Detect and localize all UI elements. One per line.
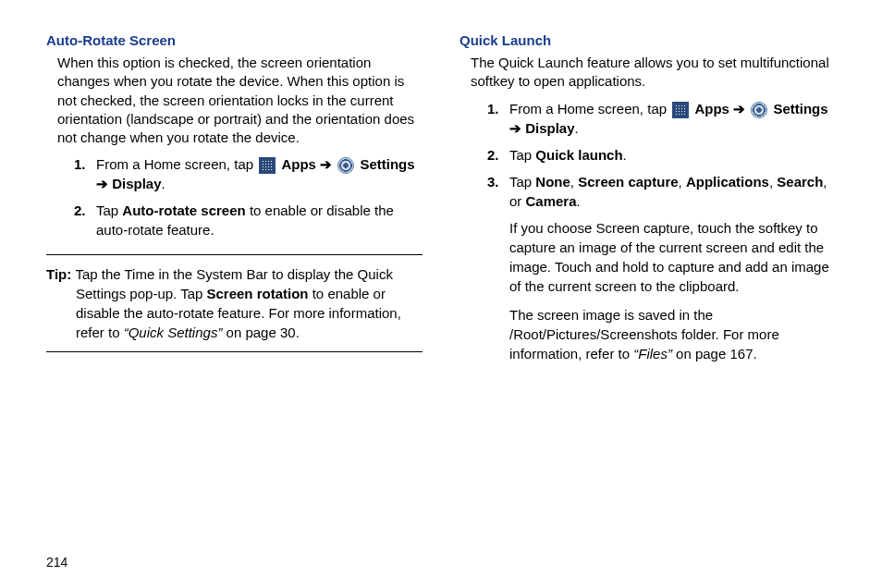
- quick-launch-step-1: 1. From a Home screen, tap Apps ➔ Settin…: [487, 99, 836, 138]
- step-text: From a Home screen, tap: [509, 101, 670, 116]
- files-italic: “Files”: [633, 346, 676, 361]
- arrow-icon: ➔: [509, 120, 525, 136]
- applications-bold: Applications: [686, 174, 769, 190]
- quick-launch-bold: Quick launch: [535, 147, 622, 163]
- camera-bold: Camera: [526, 193, 577, 209]
- tip-label: Tip:: [46, 266, 75, 282]
- step-number: 1.: [74, 154, 86, 174]
- display-label: Display: [112, 176, 161, 191]
- step-text: From a Home screen, tap: [96, 156, 257, 172]
- quick-settings-italic: “Quick Settings”: [124, 325, 227, 340]
- apps-icon: [672, 102, 689, 118]
- arrow-icon: ➔: [96, 176, 112, 191]
- period: .: [577, 193, 581, 209]
- settings-label: Settings: [360, 156, 414, 172]
- right-column: Quick Launch The Quick Launch feature al…: [459, 32, 836, 373]
- auto-rotate-steps: 1. From a Home screen, tap Apps ➔ Settin…: [46, 154, 423, 239]
- search-bold: Search: [777, 174, 823, 190]
- comma: ,: [679, 174, 686, 190]
- settings-icon: [337, 157, 354, 174]
- sub2-post: on page 167.: [676, 346, 757, 361]
- apps-label: Apps: [694, 101, 729, 116]
- period: .: [623, 147, 627, 163]
- sub-text-2: The screen image is saved in the /Root/P…: [459, 305, 836, 363]
- sub-text-1: If you choose Screen capture, touch the …: [459, 218, 836, 296]
- step-number: 2.: [74, 201, 86, 220]
- quick-launch-step-3: 3. Tap None, Screen capture, Application…: [487, 172, 836, 211]
- auto-rotate-bold: Auto-rotate screen: [122, 202, 245, 218]
- auto-rotate-step-2: 2. Tap Auto-rotate screen to enable or d…: [74, 201, 423, 239]
- quick-launch-heading: Quick Launch: [459, 32, 836, 48]
- apps-label: Apps: [281, 156, 316, 172]
- step-number: 3.: [487, 172, 499, 191]
- display-label: Display: [525, 120, 574, 136]
- settings-label: Settings: [773, 101, 827, 116]
- none-bold: None: [535, 174, 570, 190]
- auto-rotate-step-1: 1. From a Home screen, tap Apps ➔ Settin…: [74, 154, 423, 193]
- period: .: [162, 176, 165, 191]
- comma: ,: [570, 174, 578, 190]
- period: .: [575, 120, 579, 136]
- arrow-icon: ➔: [320, 156, 336, 172]
- step-number: 2.: [487, 145, 499, 165]
- quick-launch-intro: The Quick Launch feature allows you to s…: [459, 54, 836, 92]
- step-number: 1.: [487, 99, 499, 118]
- auto-rotate-heading: Auto-Rotate Screen: [46, 32, 423, 48]
- page-number: 214: [46, 555, 67, 570]
- page-container: Auto-Rotate Screen When this option is c…: [46, 32, 836, 373]
- left-column: Auto-Rotate Screen When this option is c…: [46, 32, 423, 373]
- step-text: Tap: [509, 147, 535, 163]
- apps-icon: [259, 157, 276, 174]
- arrow-icon: ➔: [733, 101, 749, 116]
- auto-rotate-intro: When this option is checked, the screen …: [46, 54, 423, 147]
- step-text: Tap: [96, 202, 122, 218]
- tip-box: Tip: Tap the Time in the System Bar to d…: [46, 254, 423, 352]
- screen-rotation-bold: Screen rotation: [207, 286, 309, 301]
- quick-launch-step-2: 2. Tap Quick launch.: [487, 145, 836, 165]
- settings-icon: [751, 102, 767, 118]
- step-text: Tap: [509, 174, 535, 190]
- screen-capture-bold: Screen capture: [578, 174, 678, 190]
- tip-text: on page 30.: [227, 325, 300, 340]
- quick-launch-steps: 1. From a Home screen, tap Apps ➔ Settin…: [459, 99, 836, 211]
